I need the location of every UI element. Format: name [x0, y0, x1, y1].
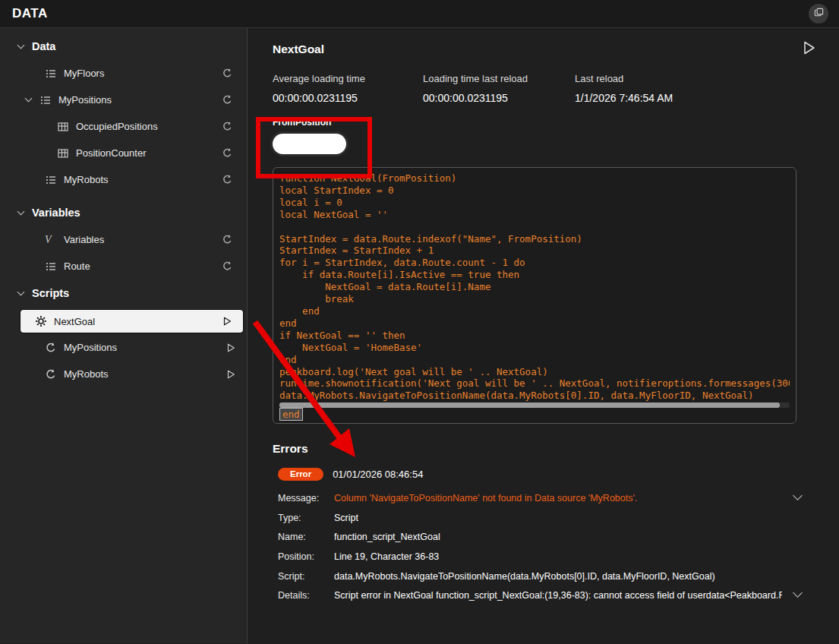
chevron-down-icon[interactable] [793, 491, 803, 500]
field-label: Type: [278, 513, 334, 523]
play-icon[interactable] [226, 369, 236, 380]
stat-value: 00:00:00.0231195 [273, 92, 423, 104]
error-fields: Message: Column 'NavigateToPositionName'… [273, 488, 821, 605]
refresh-icon[interactable] [222, 68, 233, 79]
scrollbar-thumb[interactable] [279, 402, 780, 408]
play-icon [801, 46, 816, 58]
refresh-icon[interactable] [222, 234, 233, 245]
variable-icon: V [45, 234, 57, 246]
sidebar-item-script-mypositions[interactable]: MyPositions [0, 334, 247, 361]
item-label: MyRobots [64, 368, 109, 380]
field-label: Name: [278, 532, 334, 542]
refresh-icon[interactable] [222, 147, 233, 159]
errors-heading: Errors [273, 442, 821, 456]
field-label: Details: [278, 590, 334, 601]
section-variables[interactable]: Variables [0, 199, 247, 226]
refresh-icon[interactable] [222, 121, 233, 132]
refresh-icon[interactable] [222, 94, 233, 106]
window-restore-button[interactable] [809, 4, 828, 24]
chevron-down-icon [17, 41, 25, 49]
item-label: NextGoal [54, 316, 95, 327]
section-label: Variables [32, 207, 80, 219]
error-timestamp: 01/01/2026 08:46:54 [333, 469, 423, 480]
stat-label: Loading time last reload [423, 73, 575, 84]
parameter-block: FromPosition [273, 117, 821, 154]
stat-label: Last reload [575, 73, 673, 84]
run-script-button[interactable] [801, 40, 816, 58]
field-label: Message: [278, 493, 334, 504]
script-last-line: end [279, 409, 790, 420]
section-scripts[interactable]: Scripts [0, 279, 247, 307]
titlebar: DATA [0, 0, 839, 28]
list-icon [45, 68, 57, 80]
script-gear-icon [35, 315, 47, 327]
item-label: MyPositions [58, 94, 112, 106]
script-editor[interactable]: function NextGoal(FromPosition) local St… [273, 167, 796, 424]
list-icon [45, 260, 57, 273]
section-label: Scripts [32, 287, 69, 299]
page-title: DATA [12, 6, 48, 21]
refresh-script-icon [45, 342, 57, 354]
sidebar-item-variables[interactable]: V Variables [0, 226, 247, 253]
field-value: Column 'NavigateToPositionName' not foun… [334, 493, 637, 504]
sidebar-item-occupiedpositions[interactable]: OccupiedPositions [0, 113, 247, 140]
chevron-down-icon [17, 288, 25, 295]
horizontal-scrollbar[interactable] [279, 402, 790, 408]
item-label: OccupiedPositions [76, 121, 158, 132]
selected-code-token: end [279, 408, 303, 421]
sidebar-item-myfloors[interactable]: MyFloors [0, 60, 247, 87]
fromposition-input[interactable] [273, 134, 346, 154]
item-label: PositionCounter [76, 147, 147, 159]
item-label: Route [64, 260, 90, 272]
field-value: data.MyRobots.NavigateToPositionName(dat… [334, 571, 715, 582]
field-label: Position: [278, 551, 334, 562]
refresh-icon[interactable] [222, 260, 233, 272]
chevron-down-icon [25, 95, 33, 103]
item-label: MyRobots [64, 174, 109, 185]
error-entry-header: Error 01/01/2026 08:46:54 [273, 468, 821, 481]
table-icon [57, 121, 69, 133]
error-field-position: Position: Line 19, Character 36-83 [278, 547, 821, 567]
play-icon[interactable] [226, 343, 236, 353]
stat-label: Average loading time [273, 73, 423, 84]
field-value: Line 19, Character 36-83 [334, 551, 439, 562]
parameter-label: FromPosition [273, 117, 821, 128]
stat-value: 1/1/2026 7:46:54 AM [575, 92, 673, 104]
field-label: Script: [278, 571, 334, 582]
field-value: Script error in NextGoal function_script… [334, 590, 782, 601]
sidebar: Data MyFloors MyPositions Occu [0, 28, 248, 643]
restore-window-icon [813, 7, 825, 21]
item-label: MyFloors [64, 68, 104, 79]
script-code: function NextGoal(FromPosition) local St… [279, 172, 790, 402]
sidebar-item-positioncounter[interactable]: PositionCounter [0, 140, 247, 166]
list-icon [39, 94, 52, 106]
sidebar-item-nextgoal[interactable]: NextGoal [21, 310, 243, 333]
error-field-script: Script: data.MyRobots.NavigateToPosition… [278, 567, 821, 586]
main-panel: NextGoal Average loading time 00:00:00.0… [248, 28, 839, 643]
field-value: function_script_NextGoal [334, 532, 440, 542]
error-badge: Error [278, 468, 323, 481]
stats-row: Average loading time 00:00:00.0231195 Lo… [273, 73, 821, 104]
table-icon [57, 147, 69, 159]
chevron-down-icon [17, 207, 25, 215]
section-label: Data [32, 40, 55, 52]
chevron-down-icon[interactable] [793, 589, 803, 598]
stat-value: 00:00:00.0231195 [423, 92, 575, 104]
error-field-type: Type: Script [278, 508, 821, 528]
sidebar-item-mypositions[interactable]: MyPositions [0, 87, 247, 113]
refresh-icon[interactable] [222, 174, 233, 185]
item-label: MyPositions [64, 342, 117, 353]
list-icon [45, 174, 57, 186]
sidebar-item-myrobots[interactable]: MyRobots [0, 166, 247, 193]
field-value: Script [334, 513, 358, 523]
sidebar-item-route[interactable]: Route [0, 253, 247, 279]
panel-title: NextGoal [273, 43, 324, 56]
item-label: Variables [64, 234, 104, 245]
error-field-name: Name: function_script_NextGoal [278, 527, 821, 547]
section-data[interactable]: Data [0, 33, 247, 60]
refresh-script-icon [45, 368, 57, 380]
play-icon[interactable] [222, 316, 232, 327]
error-field-details: Details: Script error in NextGoal functi… [278, 586, 821, 605]
error-field-message: Message: Column 'NavigateToPositionName'… [278, 488, 821, 508]
sidebar-item-script-myrobots[interactable]: MyRobots [0, 361, 247, 387]
